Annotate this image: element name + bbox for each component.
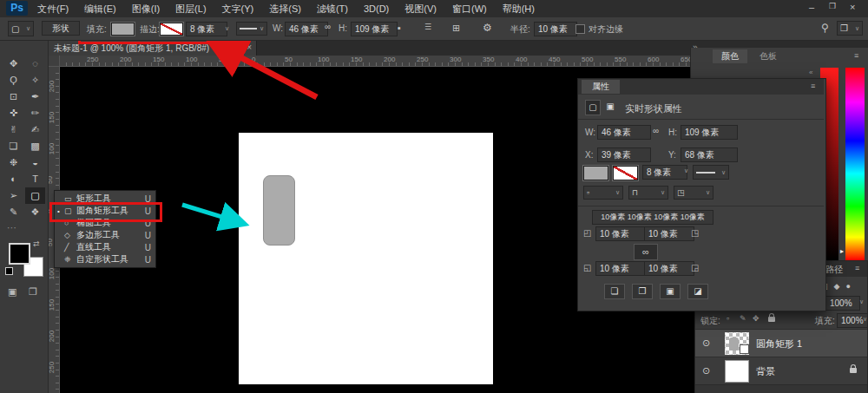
combine-intersect-icon[interactable]: ▣ xyxy=(660,284,681,299)
menu-item-type[interactable]: 文字(Y) xyxy=(214,0,262,17)
tool-mode-select[interactable]: 形状 xyxy=(42,21,80,36)
filter-dot-icon[interactable]: ● xyxy=(845,282,850,291)
prop-h-field[interactable]: 109 像素 xyxy=(681,125,738,140)
flyout-item-5[interactable]: ❈自定形状工具U xyxy=(55,253,155,265)
default-colors-icon[interactable] xyxy=(5,267,13,275)
lock-transparent-icon[interactable]: ▫ xyxy=(727,314,729,323)
brush-tool[interactable]: ✏ xyxy=(25,105,45,121)
mini-collapse-icon[interactable]: « xyxy=(809,69,812,76)
swap-colors-icon[interactable]: ⇄ xyxy=(33,239,40,248)
shape-width-field[interactable]: 46 像素 xyxy=(285,22,328,36)
lock-position-icon[interactable]: ✥ xyxy=(753,314,760,323)
stroke-type-select[interactable]: ∨ xyxy=(236,22,267,36)
menu-item-edit[interactable]: 编辑(E) xyxy=(76,0,124,17)
chevron-down-icon[interactable]: ∨ xyxy=(863,316,867,323)
move-tool[interactable]: ✥ xyxy=(3,56,23,72)
magic-wand-tool[interactable]: ✧ xyxy=(25,72,45,88)
stroke-options-chevron-icon[interactable]: ∨ xyxy=(225,25,229,32)
shape-tool[interactable]: ▢ xyxy=(25,187,45,204)
stroke-width-field[interactable]: 8 像素 xyxy=(186,22,227,36)
menu-item-view[interactable]: 视图(V) xyxy=(397,0,444,17)
stroke-corner-select[interactable]: ◳ ∨ xyxy=(674,186,713,200)
search-icon[interactable]: ⚲ xyxy=(821,22,829,34)
clone-stamp-tool[interactable]: ✌ xyxy=(3,121,23,138)
layer-thumbnail[interactable] xyxy=(725,332,749,355)
layer-row-background[interactable]: ⊙ 背景 xyxy=(695,357,867,385)
marquee-tool[interactable]: ◌ xyxy=(25,56,45,72)
menu-item-image[interactable]: 图像(I) xyxy=(124,0,168,17)
foreground-color-swatch[interactable] xyxy=(9,243,30,265)
shape-height-field[interactable]: 109 像素 xyxy=(351,22,398,36)
menu-item-help[interactable]: 帮助(H) xyxy=(495,0,542,17)
menu-item-filter[interactable]: 滤镜(T) xyxy=(309,0,356,17)
radius-field[interactable]: 10 像素 xyxy=(534,22,577,36)
path-alignment-button[interactable]: ☰ xyxy=(424,23,431,31)
flyout-item-4[interactable]: ╱直线工具U xyxy=(55,241,155,253)
radius-summary-field[interactable]: 10像素 10像素 10像素 10像素 xyxy=(592,210,713,225)
path-arrangement-button[interactable]: ⊞ xyxy=(452,23,460,34)
hand-tool[interactable]: ❖ xyxy=(25,204,45,220)
screen-mode-icon[interactable]: ❐ xyxy=(29,286,37,298)
lock-pixels-icon[interactable]: ✎ xyxy=(740,314,746,323)
dodge-tool[interactable]: ◐ xyxy=(3,171,23,187)
link-radii-button[interactable]: ∞ xyxy=(634,244,658,260)
chevron-down-icon[interactable]: ∨ xyxy=(684,167,688,174)
stroke-color-swatch[interactable] xyxy=(160,23,183,36)
prop-stroke-width-field[interactable]: 8 像素 xyxy=(642,165,687,180)
visibility-eye-icon[interactable]: ⊙ xyxy=(702,365,710,377)
healing-brush-tool[interactable]: ✜ xyxy=(3,105,23,121)
layer-name[interactable]: 背景 xyxy=(756,365,775,378)
path-selection-tool[interactable]: ➢ xyxy=(3,187,23,204)
window-restore-button[interactable]: ❐ xyxy=(829,2,836,10)
properties-menu-icon[interactable]: ≡ xyxy=(811,82,815,90)
window-minimize-button[interactable]: – xyxy=(809,2,814,12)
lasso-tool[interactable]: Ϙ xyxy=(3,72,23,88)
path-operations-button[interactable]: ▪ xyxy=(398,23,401,33)
tab-swatches[interactable]: 色板 xyxy=(751,49,786,63)
prop-y-field[interactable]: 68 像素 xyxy=(681,147,738,162)
more-tools-icon[interactable]: ⋯ xyxy=(7,222,16,233)
prop-stroke-swatch[interactable] xyxy=(613,166,638,180)
link-dimensions-icon[interactable]: ∞ xyxy=(325,22,331,31)
prop-stroke-type-select[interactable]: ∨ xyxy=(693,165,729,180)
combine-subtract-icon[interactable]: ❐ xyxy=(632,284,653,299)
chevron-down-icon[interactable]: ∨ xyxy=(859,298,864,305)
gradient-tool[interactable]: ▩ xyxy=(25,138,45,154)
eyedropper-tool[interactable]: ✒ xyxy=(25,88,45,105)
stroke-align-select[interactable]: ▫ ∨ xyxy=(583,186,623,200)
tab-close-icon[interactable]: × xyxy=(247,43,252,52)
horizontal-ruler[interactable]: 2502001501005005010015020025030035040045… xyxy=(59,55,690,67)
tab-properties[interactable]: 属性 xyxy=(582,80,620,94)
layers-panel-menu-icon[interactable]: ≡ xyxy=(855,264,859,272)
pen-tool[interactable]: ✎ xyxy=(3,204,23,220)
combine-exclude-icon[interactable]: ◪ xyxy=(687,284,708,299)
prop-x-field[interactable]: 39 像素 xyxy=(597,147,651,162)
shape-fill-icon[interactable]: ▣ xyxy=(603,100,617,114)
radius-br-field[interactable]: 10 像素 xyxy=(644,261,694,276)
geometry-settings-button[interactable]: ⚙ xyxy=(483,22,492,34)
menu-item-file[interactable]: 文件(F) xyxy=(30,0,76,17)
color-spectrum-bar[interactable] xyxy=(845,68,865,260)
fill-color-swatch[interactable] xyxy=(111,23,135,36)
blur-tool[interactable]: ◒ xyxy=(25,154,45,171)
workspace-switcher[interactable]: ❐ ∨ xyxy=(837,21,863,36)
layer-name[interactable]: 圆角矩形 1 xyxy=(756,337,802,350)
prop-link-icon[interactable]: ∞ xyxy=(653,126,659,135)
radius-tr-field[interactable]: 10 像素 xyxy=(644,226,694,241)
align-edges-checkbox[interactable] xyxy=(575,24,585,34)
prop-fill-swatch[interactable] xyxy=(583,166,608,180)
opacity-field[interactable]: 100% xyxy=(825,296,860,311)
radius-bl-field[interactable]: 10 像素 xyxy=(595,261,646,276)
lock-all-icon[interactable] xyxy=(768,317,775,322)
filter-smart-icon[interactable]: ◆ xyxy=(834,282,840,291)
eraser-tool[interactable]: ❏ xyxy=(3,138,23,154)
color-panel-menu-icon[interactable]: ≡ xyxy=(854,51,858,60)
menu-item-select[interactable]: 选择(S) xyxy=(261,0,309,17)
smudge-tool[interactable]: ❉ xyxy=(3,154,23,171)
tool-preset-picker[interactable]: ▢ ∨ xyxy=(8,21,34,36)
menu-item-window[interactable]: 窗口(W) xyxy=(444,0,495,17)
history-brush-tool[interactable]: ✍ xyxy=(25,121,45,138)
visibility-eye-icon[interactable]: ⊙ xyxy=(702,337,710,349)
type-tool[interactable]: T xyxy=(25,171,45,187)
quick-mask-icon[interactable]: ▣ xyxy=(8,286,16,298)
